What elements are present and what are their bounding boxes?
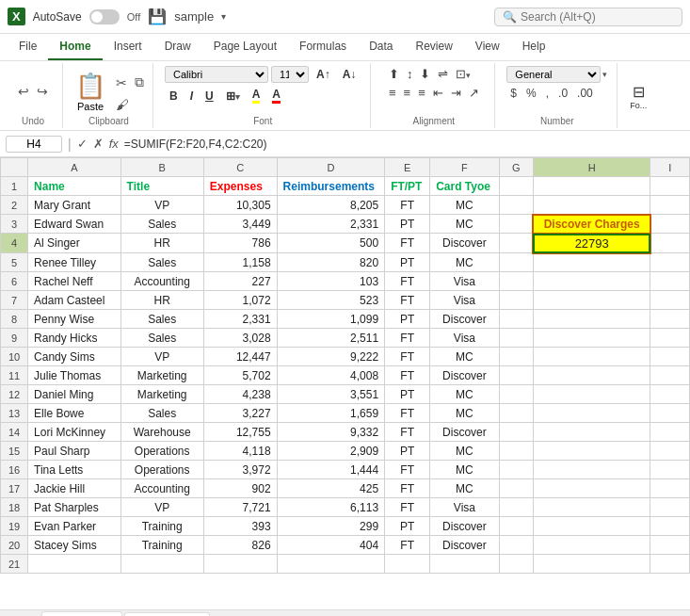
cell-C10[interactable]: 12,447 — [203, 348, 277, 366]
fill-color-button[interactable]: A — [248, 86, 265, 105]
cell-B20[interactable]: Training — [120, 536, 203, 555]
checkmark-icon[interactable]: ✓ — [77, 137, 88, 151]
wrap-text-button[interactable]: ⇌ — [435, 66, 451, 82]
col-header-F[interactable]: F — [430, 158, 499, 177]
save-icon[interactable]: 💾 — [148, 8, 167, 25]
increase-font-size-button[interactable]: A↑ — [312, 66, 335, 83]
merge-cells-button[interactable]: ⊡▾ — [453, 66, 473, 82]
cell-G12[interactable] — [499, 385, 533, 404]
tab-help[interactable]: Help — [511, 34, 557, 60]
cell-E20[interactable]: FT — [385, 536, 430, 555]
cell-D16[interactable]: 1,444 — [277, 461, 385, 479]
cell-I21[interactable] — [650, 555, 690, 574]
cell-G14[interactable] — [499, 423, 533, 442]
cell-F4[interactable]: Discover — [430, 234, 499, 253]
cell-B5[interactable]: Sales — [120, 253, 203, 272]
cell-D2[interactable]: 8,205 — [277, 196, 385, 215]
cell-E18[interactable]: FT — [385, 498, 430, 517]
row-header-8[interactable]: 8 — [1, 310, 28, 329]
cell-F7[interactable]: Visa — [430, 291, 499, 310]
cell-E5[interactable]: PT — [385, 253, 430, 272]
cell-I13[interactable] — [650, 404, 690, 423]
cell-F15[interactable]: MC — [430, 442, 499, 461]
cell-C9[interactable]: 3,028 — [203, 329, 277, 348]
tab-formulas[interactable]: Formulas — [288, 34, 358, 60]
cell-A20[interactable]: Stacey Sims — [28, 536, 121, 555]
align-center-button[interactable]: ≡ — [401, 85, 414, 101]
cell-H14[interactable] — [533, 423, 650, 442]
cell-D14[interactable]: 9,332 — [277, 423, 385, 442]
row-header-14[interactable]: 14 — [1, 423, 28, 442]
cell-C18[interactable]: 7,721 — [203, 498, 277, 517]
cell-H6[interactable] — [533, 272, 650, 291]
cell-B6[interactable]: Accounting — [120, 272, 203, 291]
cell-F16[interactable]: MC — [430, 461, 499, 479]
tab-review[interactable]: Review — [404, 34, 463, 60]
cell-A4[interactable]: Al Singer — [28, 234, 121, 253]
cell-I18[interactable] — [650, 498, 690, 517]
cell-H2[interactable] — [533, 196, 650, 215]
cell-E6[interactable]: FT — [385, 272, 430, 291]
cell-B19[interactable]: Training — [120, 517, 203, 536]
cell-F9[interactable]: Visa — [430, 329, 499, 348]
cell-G11[interactable] — [499, 366, 533, 385]
row-header-17[interactable]: 17 — [1, 479, 28, 498]
cell-I15[interactable] — [650, 442, 690, 461]
cell-A15[interactable]: Paul Sharp — [28, 442, 121, 461]
cell-I1[interactable] — [650, 177, 690, 196]
cell-B13[interactable]: Sales — [120, 404, 203, 423]
row-header-3[interactable]: 3 — [1, 215, 28, 234]
cell-B21[interactable] — [120, 555, 203, 574]
cell-D7[interactable]: 523 — [277, 291, 385, 310]
row-header-13[interactable]: 13 — [1, 404, 28, 423]
cell-E2[interactable]: FT — [385, 196, 430, 215]
row-header-9[interactable]: 9 — [1, 329, 28, 348]
row-header-7[interactable]: 7 — [1, 291, 28, 310]
row-header-6[interactable]: 6 — [1, 272, 28, 291]
comma-button[interactable]: , — [542, 86, 553, 101]
cancel-icon[interactable]: ✗ — [93, 137, 104, 151]
cell-E9[interactable]: FT — [385, 329, 430, 348]
cell-I3[interactable] — [650, 215, 690, 234]
align-middle-button[interactable]: ↕ — [404, 66, 416, 82]
cell-G20[interactable] — [499, 536, 533, 555]
cell-G2[interactable] — [499, 196, 533, 215]
cell-D21[interactable] — [277, 555, 385, 574]
col-header-C[interactable]: C — [203, 158, 277, 177]
cell-C20[interactable]: 826 — [203, 536, 277, 555]
row-header-12[interactable]: 12 — [1, 385, 28, 404]
cell-E11[interactable]: FT — [385, 366, 430, 385]
cell-I12[interactable] — [650, 385, 690, 404]
spreadsheet-container[interactable]: A B C D E F G H I 1 Name Title Expenses — [0, 157, 690, 609]
cell-I8[interactable] — [650, 310, 690, 329]
cell-G3[interactable] — [499, 215, 533, 234]
cell-B14[interactable]: Warehouse — [120, 423, 203, 442]
cell-D1[interactable]: Reimbursements — [277, 177, 385, 196]
cell-G4[interactable] — [499, 234, 533, 253]
italic-button[interactable]: I — [185, 88, 198, 105]
cell-B18[interactable]: VP — [120, 498, 203, 517]
cell-E21[interactable] — [385, 555, 430, 574]
cell-F18[interactable]: Visa — [430, 498, 499, 517]
cell-D8[interactable]: 1,099 — [277, 310, 385, 329]
cell-E13[interactable]: FT — [385, 404, 430, 423]
cell-E7[interactable]: FT — [385, 291, 430, 310]
cell-I17[interactable] — [650, 479, 690, 498]
cell-H12[interactable] — [533, 385, 650, 404]
cell-F3[interactable]: MC — [430, 215, 499, 234]
percent-button[interactable]: % — [522, 86, 540, 101]
cell-B8[interactable]: Sales — [120, 310, 203, 329]
cell-B9[interactable]: Sales — [120, 329, 203, 348]
col-header-H[interactable]: H — [533, 158, 650, 177]
cell-I6[interactable] — [650, 272, 690, 291]
cell-A1[interactable]: Name — [28, 177, 121, 196]
cell-C5[interactable]: 1,158 — [203, 253, 277, 272]
cell-I5[interactable] — [650, 253, 690, 272]
row-header-11[interactable]: 11 — [1, 366, 28, 385]
tab-draw[interactable]: Draw — [153, 34, 202, 60]
cell-H11[interactable] — [533, 366, 650, 385]
cell-E1[interactable]: FT/PT — [385, 177, 430, 196]
cell-A9[interactable]: Randy Hicks — [28, 329, 121, 348]
cell-E4[interactable]: FT — [385, 234, 430, 253]
cell-B16[interactable]: Operations — [120, 461, 203, 479]
